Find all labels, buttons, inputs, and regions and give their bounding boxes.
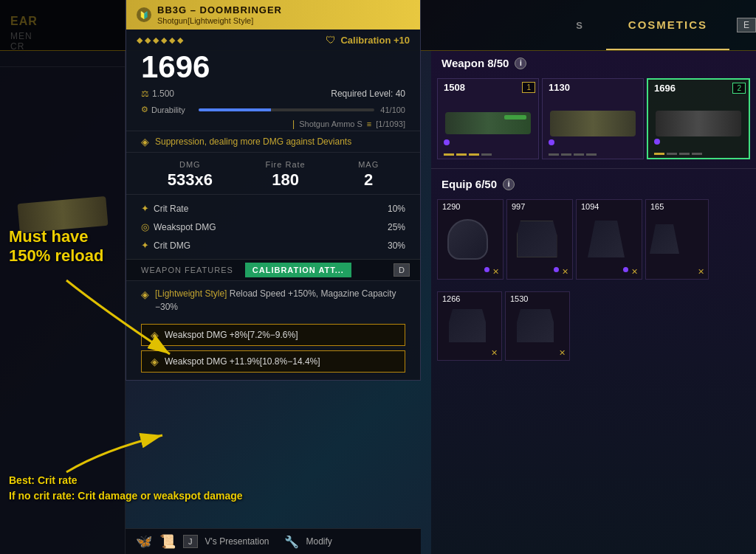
weapon-info-icon: i (515, 58, 526, 69)
equip-card-glove1[interactable]: 1094 ✕ (576, 199, 642, 280)
glove-shape-2 (650, 224, 679, 254)
weapon-list: 1508 1 1130 (431, 75, 756, 168)
weapon-card-2-img (543, 96, 643, 150)
weapon-card-1[interactable]: 1508 1 (437, 78, 539, 159)
x-icon-4: ✕ (698, 267, 704, 277)
feature-tab-key[interactable]: D (394, 263, 410, 277)
required-level: Required Level: 40 (331, 89, 405, 99)
weapon-header-icon: 🔰 (137, 7, 151, 22)
glove-shape-1 (588, 221, 625, 257)
bottom-item-1-img (438, 305, 497, 346)
weakspot-box-1: ◈ Weakspot DMG +8%[7.2%−9.6%] (141, 324, 405, 346)
equip-card-bottom-4: ✕ (646, 265, 708, 279)
weapon-features-tab[interactable]: WEAPON FEATURES (137, 263, 238, 277)
scroll-icon: 📜 (159, 533, 176, 550)
dashes-2 (543, 150, 643, 159)
bottom-key-j[interactable]: J (183, 535, 198, 548)
equip-card-glove2[interactable]: 165 ✕ (645, 199, 709, 280)
gem-small-1 (484, 267, 489, 272)
firerate-stat: Fire Rate 180 (265, 160, 305, 190)
stars-row: ◆ ◆ ◆ ◆ ◆ ◆ (137, 35, 183, 45)
bottom-item-2-img (506, 305, 565, 346)
combat-stats: DMG 533x6 Fire Rate 180 MAG 2 (126, 152, 420, 194)
weakspot-icon: ◎ (141, 221, 149, 232)
armor-shape-sm-1 (449, 309, 486, 342)
equip-helmet-img (438, 213, 497, 265)
equip-armor-power: 997 (507, 200, 572, 213)
durability-value: 41/100 (380, 105, 405, 114)
ws-icon-2: ◈ (151, 356, 159, 367)
annotation-bottom-text: Best: Crit rate If no crit rate: Crit da… (0, 467, 252, 510)
equip-info-icon: i (503, 179, 515, 190)
weakspot-dmg-row: ◎ Weakspot DMG 25% (141, 218, 405, 236)
firerate-label: Fire Rate (265, 160, 305, 169)
gun-green-visual (445, 112, 530, 134)
stats-row: ⚖ 1.500 Required Level: 40 (126, 86, 420, 102)
perk-detail-text: [Lightweight Style] Reload Speed +150%, … (155, 287, 405, 314)
weapon-card-3[interactable]: 1696 2 (647, 78, 750, 159)
bottom-item-2-power: 1530 (506, 292, 569, 305)
equip-glove2-img (646, 213, 683, 265)
dmg-value: 533x6 (168, 170, 213, 190)
gun-visual-3 (656, 111, 740, 136)
durability-bar (199, 108, 374, 111)
dmg-label: DMG (168, 160, 213, 169)
bottom-row-items: 1266 ✕ 1530 ✕ (431, 288, 756, 364)
calibration-icon: 🛡 (326, 34, 336, 46)
modify-label: Modify (306, 536, 332, 547)
equip-glove1-power: 1094 (577, 200, 642, 213)
equip-card-armor[interactable]: 997 ✕ (506, 199, 573, 280)
power-level: 1696 (141, 52, 210, 83)
modify-icon: 🔧 (284, 535, 299, 549)
gem-small-3 (623, 267, 628, 272)
top-nav-tabs: S COSMETICS E (554, 0, 756, 50)
perk-icon: ◈ (141, 136, 149, 148)
right-panel: Weapon 8/50 i 1508 1 1130 (431, 51, 756, 554)
equip-card-bottom-3: ✕ (577, 265, 642, 279)
x-icon-6: ✕ (559, 348, 566, 358)
weakspot-box-2: ◈ Weakspot DMG +11.9%[10.8%−14.4%] (141, 350, 405, 373)
perk-detail-icon: ◈ (141, 288, 149, 300)
x-icon-5: ✕ (491, 348, 498, 358)
presentation-label: V's Presentation (205, 536, 269, 547)
gem-dot-1 (444, 139, 450, 145)
perk-detail: ◈ [Lightweight Style] Reload Speed +150%… (126, 280, 420, 319)
equip-section: Equip 6/50 i 1290 ✕ 997 (431, 168, 756, 364)
crit-dmg-icon: ✦ (141, 240, 149, 251)
helmet-shape (447, 219, 488, 260)
calibration-tab[interactable]: CALIBRATION ATT... (245, 263, 351, 277)
butterfly-icon: 🦋 (136, 533, 152, 550)
bottom-item-1-power: 1266 (438, 292, 501, 305)
durability-section: ⚙ Durability 41/100 (126, 102, 420, 117)
x-icon-1: ✕ (492, 267, 499, 277)
dashes-3 (648, 150, 749, 158)
durability-label: ⚙ Durability (141, 105, 193, 114)
bottom-bar: 🦋 📜 J V's Presentation 🔧 Modify (126, 528, 421, 554)
tab-cosmetics[interactable]: COSMETICS (606, 0, 729, 50)
gun-visual-2 (550, 111, 635, 136)
mag-stat: MAG 2 (358, 160, 379, 190)
x-icon-3: ✕ (631, 267, 638, 277)
bottom-item-2[interactable]: 1530 ✕ (505, 291, 570, 361)
annotation-top: Must have 150% reload (0, 221, 112, 272)
slot-badge-3: 2 (732, 83, 746, 94)
slot-badge-1: 1 (522, 82, 535, 93)
weapon-panel: 🔰 BB3G – DOOMBRINGER Shotgun[Lightweight… (126, 0, 421, 381)
firerate-value: 180 (265, 170, 305, 190)
gem-small-2 (554, 267, 559, 272)
equip-card-helmet[interactable]: 1290 ✕ (437, 199, 504, 280)
calibration-badge: 🛡 Calibration +10 (326, 34, 410, 46)
feature-tabs: WEAPON FEATURES CALIBRATION ATT... D (126, 259, 420, 280)
dmg-stat: DMG 533x6 (168, 160, 213, 190)
gem-dot-3 (654, 139, 660, 145)
weapon-name: BB3G – DOOMBRINGER (157, 4, 282, 15)
equip-card-bottom-2: ✕ (507, 265, 572, 279)
equip-armor-img (507, 213, 566, 265)
bottom-item-1[interactable]: 1266 ✕ (437, 291, 502, 361)
tab-other[interactable]: S (554, 0, 606, 50)
weapon-card-2[interactable]: 1130 (542, 78, 644, 159)
annotation-top-text: Must have 150% reload (0, 221, 112, 272)
detail-stats: ✦ Crit Rate 10% ◎ Weakspot DMG 25% ✦ Cri… (126, 194, 420, 259)
weight-stat: ⚖ 1.500 (141, 89, 174, 99)
weapon-section-header: Weapon 8/50 i (431, 51, 756, 75)
